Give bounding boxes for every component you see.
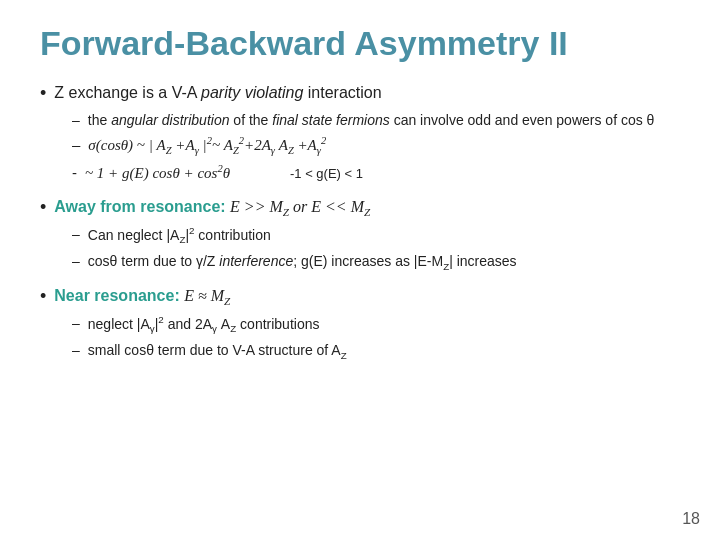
bullet-dot-1: • xyxy=(40,81,46,106)
sub-text-neglect-az: Can neglect |AZ|2 contribution xyxy=(88,224,271,248)
away-math: E >> MZ or E << MZ xyxy=(230,198,370,215)
away-resonance-label: Away from resonance: xyxy=(54,198,225,215)
bullet-z-text: Z exchange is a V-A parity violating int… xyxy=(54,81,381,104)
sub-text-neglect-agamma: neglect |Aγ|2 and 2Aγ AZ contributions xyxy=(88,313,320,337)
sub-text-angular: the angular distribution of the final st… xyxy=(88,110,655,130)
bullet-near-text: Near resonance: E ≈ MZ xyxy=(54,284,230,309)
math-row-1: – σ(cosθ) ~ | AZ +Aγ |2~ AZ2+2Aγ AZ +Aγ2 xyxy=(72,133,680,159)
slide: Forward-Backward Asymmetry II • Z exchan… xyxy=(0,0,720,540)
math-note: -1 < g(E) < 1 xyxy=(290,164,363,184)
math-row-2: - ~ 1 + g(E) cosθ + cos2θ -1 < g(E) < 1 xyxy=(72,161,680,185)
sub-dash-3: – xyxy=(72,224,80,244)
section-z-exchange: • Z exchange is a V-A parity violating i… xyxy=(40,81,680,185)
sub-dash-5: – xyxy=(72,313,80,333)
sub-text-costheta: cosθ term due to γ/Z interference; g(E) … xyxy=(88,251,517,274)
sub-dash-1: – xyxy=(72,110,80,130)
sub-bullet-angular: – the angular distribution of the final … xyxy=(72,110,680,130)
math-dash-2: - xyxy=(72,162,77,185)
bullet-near: • Near resonance: E ≈ MZ xyxy=(40,284,680,309)
sub-bullet-small-costheta: – small cosθ term due to V-A structure o… xyxy=(72,340,680,363)
sub-bullet-neglect-agamma: – neglect |Aγ|2 and 2Aγ AZ contributions xyxy=(72,313,680,337)
sub-dash-6: – xyxy=(72,340,80,360)
bullet-dot-3: • xyxy=(40,284,46,309)
bullet-away-text: Away from resonance: E >> MZ or E << MZ xyxy=(54,195,370,220)
section-near-resonance: • Near resonance: E ≈ MZ – neglect |Aγ|2… xyxy=(40,284,680,363)
section-away-resonance: • Away from resonance: E >> MZ or E << M… xyxy=(40,195,680,274)
sub-bullet-costheta: – cosθ term due to γ/Z interference; g(E… xyxy=(72,251,680,274)
math-expr-2: ~ 1 + g(E) cosθ + cos2θ xyxy=(85,161,230,185)
bullet-away: • Away from resonance: E >> MZ or E << M… xyxy=(40,195,680,220)
page-number: 18 xyxy=(682,510,700,528)
bullet-z-exchange: • Z exchange is a V-A parity violating i… xyxy=(40,81,680,106)
slide-title: Forward-Backward Asymmetry II xyxy=(40,24,680,63)
parity-violating-text: parity violating xyxy=(201,84,303,101)
sub-text-small-costheta: small cosθ term due to V-A structure of … xyxy=(88,340,347,363)
bullet-dot-2: • xyxy=(40,195,46,220)
sub-dash-4: – xyxy=(72,251,80,271)
near-resonance-label: Near resonance: xyxy=(54,287,179,304)
sub-bullet-neglect-az: – Can neglect |AZ|2 contribution xyxy=(72,224,680,248)
math-line-g: - ~ 1 + g(E) cosθ + cos2θ -1 < g(E) < 1 xyxy=(72,161,680,185)
math-expr-1: σ(cosθ) ~ | AZ +Aγ |2~ AZ2+2Aγ AZ +Aγ2 xyxy=(88,133,326,159)
near-math: E ≈ MZ xyxy=(184,287,230,304)
math-line-sigma: – σ(cosθ) ~ | AZ +Aγ |2~ AZ2+2Aγ AZ +Aγ2 xyxy=(72,133,680,159)
math-dash-1: – xyxy=(72,134,80,157)
